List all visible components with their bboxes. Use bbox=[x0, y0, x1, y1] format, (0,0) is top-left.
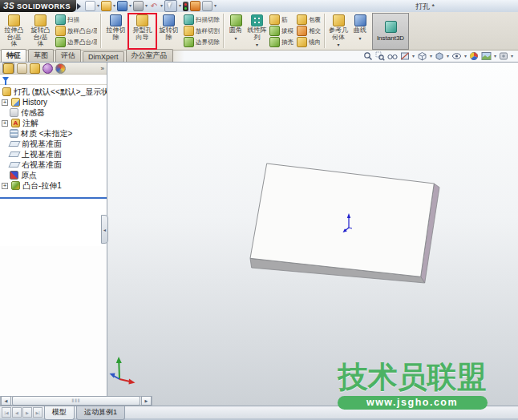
revolved-boss-base-button[interactable]: 旋转凸 台/基 体 bbox=[27, 13, 54, 49]
print-dropdown-caret[interactable]: ▾ bbox=[145, 1, 148, 11]
print-icon[interactable] bbox=[133, 1, 144, 11]
prev-tab-icon[interactable]: ◀ bbox=[12, 407, 22, 418]
tree-item-material[interactable]: 材质 <未指定> bbox=[0, 128, 107, 139]
expand-plus-icon[interactable]: + bbox=[2, 99, 8, 106]
zoom-to-fit-icon[interactable] bbox=[363, 51, 373, 61]
graphics-viewport[interactable] bbox=[107, 63, 518, 406]
select-dropdown-caret[interactable]: ▾ bbox=[179, 1, 181, 11]
extruded-plate-model[interactable] bbox=[250, 164, 439, 283]
intersect-button[interactable]: 相交 bbox=[297, 26, 321, 36]
curves-button[interactable]: 曲线 ▾ bbox=[350, 13, 370, 49]
lofted-boss-base-button[interactable]: 放样凸台/基体 bbox=[55, 26, 97, 36]
view-orientation-caret[interactable]: ▾ bbox=[430, 51, 432, 61]
apply-scene-icon[interactable] bbox=[481, 51, 492, 61]
solidworks-logo[interactable]: ЗS SOLIDWORKS bbox=[0, 0, 76, 12]
tree-item-origin[interactable]: 原点 bbox=[0, 170, 107, 180]
tab-office-products[interactable]: 办公室产品 bbox=[126, 49, 173, 62]
tree-item-front-plane[interactable]: 前视基准面 bbox=[0, 139, 107, 149]
linear-pattern-button[interactable]: 线性阵 列 ▾ bbox=[246, 13, 268, 49]
chevron-double-right-icon[interactable]: » bbox=[101, 65, 104, 72]
fillet-dropdown-caret[interactable]: ▾ bbox=[234, 35, 237, 42]
extruded-boss-base-button[interactable]: 拉伸凸 台/基 体 bbox=[1, 13, 27, 49]
configuration-manager-icon[interactable] bbox=[30, 63, 40, 73]
menu-expand-arrow-icon[interactable] bbox=[77, 3, 81, 10]
filter-funnel-icon[interactable] bbox=[2, 77, 9, 82]
curves-dropdown-caret[interactable]: ▾ bbox=[358, 35, 361, 42]
swept-boss-base-button[interactable]: 扫描 bbox=[55, 14, 97, 25]
scroll-right-arrow-icon[interactable]: ▶ bbox=[141, 396, 152, 406]
edit-appearance-icon[interactable] bbox=[469, 51, 479, 61]
model-canvas[interactable] bbox=[107, 63, 518, 406]
mirror-button[interactable]: 镜向 bbox=[297, 37, 321, 47]
select-icon[interactable] bbox=[164, 0, 177, 12]
reference-geometry-button[interactable]: 参考几 何体 ▾ bbox=[326, 13, 350, 49]
draft-button[interactable]: 拔模 bbox=[269, 26, 293, 36]
scrollbar-thumb[interactable]: ⦀⦀⦀ bbox=[12, 396, 140, 406]
hide-show-items-icon[interactable] bbox=[451, 51, 462, 61]
panel-collapse-handle[interactable]: ◂ bbox=[101, 215, 108, 244]
display-style-caret[interactable]: ▾ bbox=[447, 51, 449, 61]
display-style-icon[interactable] bbox=[435, 51, 444, 61]
first-tab-icon[interactable]: |◀ bbox=[2, 407, 11, 418]
tab-motion-study-1[interactable]: 运动算例1 bbox=[76, 406, 125, 420]
boundary-cut-button[interactable]: 边界切除 bbox=[184, 37, 220, 47]
new-document-icon[interactable] bbox=[85, 1, 95, 11]
zoom-to-area-icon[interactable] bbox=[375, 51, 385, 61]
section-view-caret[interactable]: ▾ bbox=[412, 51, 415, 61]
undo-dropdown-caret[interactable]: ▾ bbox=[160, 1, 163, 11]
next-tab-icon[interactable]: ▶ bbox=[22, 407, 32, 418]
view-settings-caret[interactable]: ▾ bbox=[511, 51, 513, 61]
rebuild-traffic-light-icon[interactable] bbox=[183, 2, 188, 11]
boundary-boss-base-button[interactable]: 边界凸台/基体 bbox=[55, 37, 97, 47]
hole-wizard-button[interactable]: 异型孔 向导 bbox=[129, 13, 156, 49]
extruded-cut-button[interactable]: 拉伸切 除 bbox=[103, 13, 129, 49]
tab-model[interactable]: 模型 bbox=[44, 406, 75, 420]
linear-pattern-dropdown-caret[interactable]: ▾ bbox=[256, 42, 258, 49]
tree-item-right-plane[interactable]: 右视基准面 bbox=[0, 160, 107, 170]
lofted-cut-button[interactable]: 放样切割 bbox=[184, 26, 220, 36]
open-icon[interactable] bbox=[101, 1, 111, 11]
tab-dimxpert[interactable]: DimXpert bbox=[83, 51, 124, 62]
section-view-icon[interactable] bbox=[400, 51, 410, 61]
open-dropdown-caret[interactable]: ▾ bbox=[113, 1, 115, 11]
tab-sketch[interactable]: 草图 bbox=[28, 49, 54, 62]
wrap-button[interactable]: 包覆 bbox=[297, 14, 321, 25]
previous-view-icon[interactable] bbox=[387, 51, 398, 61]
save-icon[interactable] bbox=[117, 1, 127, 11]
new-dropdown-caret[interactable]: ▾ bbox=[97, 1, 99, 11]
dimxpert-manager-icon[interactable] bbox=[42, 63, 53, 73]
file-properties-icon[interactable] bbox=[202, 1, 212, 11]
last-tab-icon[interactable]: ▶| bbox=[33, 407, 42, 418]
plate-top-face[interactable] bbox=[250, 164, 434, 277]
property-manager-icon[interactable] bbox=[17, 63, 27, 73]
expand-plus-icon[interactable]: + bbox=[2, 120, 8, 127]
rib-button[interactable]: 筋 bbox=[269, 14, 293, 25]
hide-show-items-caret[interactable]: ▾ bbox=[464, 51, 467, 61]
swept-cut-button[interactable]: 扫描切除 bbox=[184, 14, 220, 25]
reference-geometry-dropdown-caret[interactable]: ▾ bbox=[337, 42, 339, 49]
pane-splitter[interactable] bbox=[0, 197, 107, 199]
tree-root-part[interactable]: 打孔 (默认<<默认>_显示状态 bbox=[0, 87, 107, 97]
instant3d-button[interactable]: Instant3D bbox=[372, 13, 409, 50]
tab-evaluate[interactable]: 评估 bbox=[55, 49, 81, 62]
tree-item-sensors[interactable]: 传感器 bbox=[0, 107, 107, 118]
tree-item-history[interactable]: + History bbox=[0, 97, 107, 107]
fillet-button[interactable]: 圆角 ▾ bbox=[225, 13, 246, 49]
undo-icon[interactable]: ↶ bbox=[149, 2, 159, 10]
apply-scene-caret[interactable]: ▾ bbox=[494, 51, 496, 61]
expand-plus-icon[interactable]: + bbox=[2, 183, 8, 189]
revolved-cut-button[interactable]: 旋转切 除 bbox=[156, 13, 182, 49]
options-icon[interactable] bbox=[190, 1, 200, 11]
view-settings-icon[interactable] bbox=[499, 51, 508, 61]
tree-item-boss-extrude1[interactable]: + 凸台-拉伸1 bbox=[0, 180, 107, 191]
feature-manager-design-tree-icon[interactable] bbox=[2, 63, 14, 74]
display-manager-icon[interactable] bbox=[55, 63, 66, 73]
shell-button[interactable]: 抽壳 bbox=[269, 37, 293, 47]
save-dropdown-caret[interactable]: ▾ bbox=[129, 1, 132, 11]
tab-features[interactable]: 特征 bbox=[1, 49, 26, 62]
tree-item-top-plane[interactable]: 上视基准面 bbox=[0, 149, 107, 160]
properties-dropdown-caret[interactable]: ▾ bbox=[214, 1, 217, 11]
panel-horizontal-scrollbar[interactable]: ◀ ⦀⦀⦀ ▶ bbox=[0, 396, 152, 406]
tree-item-annotations[interactable]: + A 注解 bbox=[0, 118, 107, 128]
scroll-left-arrow-icon[interactable]: ◀ bbox=[1, 396, 11, 406]
